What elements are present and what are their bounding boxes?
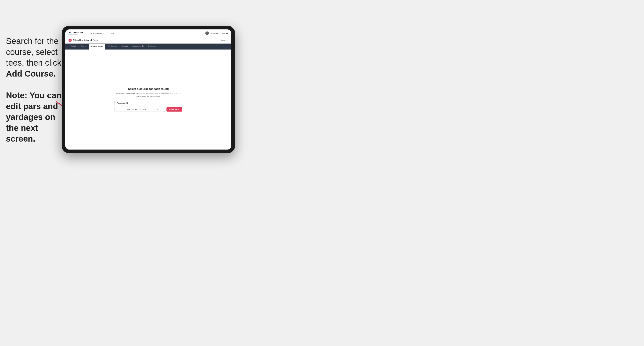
topnav-right: T Test User | Sign out (205, 31, 228, 35)
tab-tee-groups[interactable]: Tee Groups (105, 43, 120, 49)
chevron-icon: ⌃ (159, 109, 160, 110)
tee-select-row: Gold (M) (M) (7010 yds) ✕ ⌃ ⌄ Add Course (114, 107, 182, 112)
top-navigation: SCOREBOARD Powered by clippd TOURNAMENTS… (65, 29, 232, 37)
logo: SCOREBOARD Powered by clippd (68, 31, 85, 35)
add-course-button[interactable]: Add Course (166, 107, 182, 112)
course-search-input[interactable] (114, 101, 182, 105)
tab-bar: Details Teams Course Setup Tee Groups Re… (65, 43, 232, 49)
tournament-title: Clippd Invitational (73, 39, 92, 41)
tab-printables[interactable]: Printables (146, 43, 159, 49)
tab-results[interactable]: Results (119, 43, 130, 49)
tournament-header: C Clippd Invitational (Men) Cancel ✕ (65, 37, 232, 43)
nav-teams[interactable]: TEAMS (108, 32, 114, 34)
tab-leaderboards[interactable]: Leaderboards (130, 43, 146, 49)
tablet-device: SCOREBOARD Powered by clippd TOURNAMENTS… (62, 26, 235, 153)
tablet-screen: SCOREBOARD Powered by clippd TOURNAMENTS… (65, 29, 232, 150)
clear-icon[interactable]: ✕ (157, 109, 158, 110)
tab-details[interactable]: Details (68, 43, 79, 49)
tee-select-dropdown[interactable]: Gold (M) (M) (7010 yds) ✕ ⌃ ⌄ (114, 107, 165, 112)
cancel-button[interactable]: Cancel ✕ (220, 39, 228, 41)
section-description: Search for a course and select a tee. Yo… (114, 92, 182, 98)
section-title: Select a course for each round (114, 87, 182, 90)
tournament-badge: (Men) (93, 39, 98, 41)
chevron-down-icon: ⌄ (161, 109, 163, 110)
nav-tournaments[interactable]: TOURNAMENTS (90, 32, 104, 34)
nav-links: TOURNAMENTS TEAMS (90, 32, 114, 34)
tab-course-setup[interactable]: Course Setup (89, 44, 105, 49)
tee-select-icons: ✕ ⌃ ⌄ (157, 109, 163, 110)
tab-teams[interactable]: Teams (79, 43, 89, 49)
user-avatar: T (205, 31, 209, 35)
course-setup-card: Select a course for each round Search fo… (114, 87, 182, 112)
main-content: Select a course for each round Search fo… (65, 49, 232, 150)
course-search-wrap (114, 101, 182, 105)
tournament-icon: C (68, 39, 72, 42)
annotation-text: Search for the course, select tees, then… (6, 36, 62, 144)
signout-link[interactable]: Sign out (222, 32, 228, 34)
